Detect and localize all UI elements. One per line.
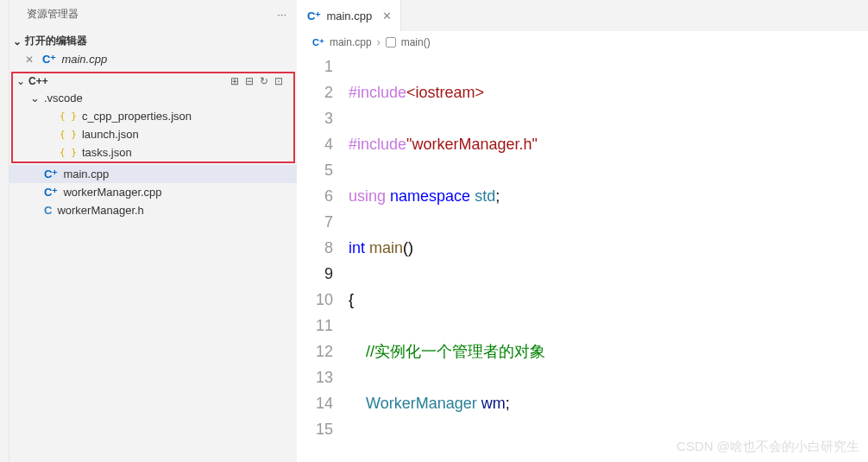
- json-icon: { }: [60, 129, 77, 140]
- file-workermanager-cpp[interactable]: C⁺ workerManager.cpp: [9, 183, 297, 201]
- tab-main-cpp[interactable]: C⁺ main.cpp ✕: [297, 0, 401, 31]
- file-launch-json[interactable]: { } launch.json: [13, 125, 293, 143]
- close-icon[interactable]: ✕: [25, 54, 34, 66]
- file-workermanager-h[interactable]: C workerManager.h: [9, 201, 297, 219]
- chevron-down-icon: ⌄: [30, 92, 39, 104]
- more-icon[interactable]: ···: [277, 8, 286, 21]
- file-tasks-json[interactable]: { } tasks.json: [13, 143, 293, 161]
- cpp-icon: C⁺: [44, 186, 58, 199]
- chevron-down-icon: ⌄: [16, 75, 25, 87]
- json-icon: { }: [60, 147, 77, 158]
- tab-bar: C⁺ main.cpp ✕: [297, 0, 868, 31]
- cpp-icon: C⁺: [307, 9, 321, 22]
- vscode-folder-highlight: ⌄ C++ ⊞ ⊟ ↻ ⊡ ⌄ .vscode { } c_cpp_proper…: [11, 72, 295, 163]
- code-content[interactable]: #include<iostream> #include"workerManage…: [349, 54, 868, 462]
- folder-label: .vscode: [44, 92, 83, 104]
- activity-bar: [0, 0, 9, 462]
- new-folder-icon[interactable]: ⊟: [245, 75, 254, 87]
- cpp-icon: C⁺: [44, 168, 58, 180]
- sidebar-header: 资源管理器 ···: [9, 0, 297, 28]
- collapse-icon[interactable]: ⊡: [274, 75, 283, 87]
- breadcrumb-fn: main(): [401, 36, 431, 48]
- code-line: WorkerManager wm;: [349, 390, 868, 416]
- explorer-toolbar: ⊞ ⊟ ↻ ⊡: [230, 75, 283, 87]
- new-file-icon[interactable]: ⊞: [230, 75, 239, 87]
- tab-label: main.cpp: [326, 9, 372, 22]
- vscode-folder[interactable]: ⌄ .vscode: [13, 89, 293, 107]
- file-label: workerManager.cpp: [63, 186, 161, 199]
- code-line: [349, 442, 868, 462]
- close-icon[interactable]: ✕: [382, 9, 392, 22]
- refresh-icon[interactable]: ↻: [260, 75, 268, 87]
- c-icon: C: [44, 204, 52, 217]
- chevron-right-icon: ›: [377, 36, 381, 48]
- json-icon: { }: [60, 111, 77, 122]
- file-c-cpp-properties[interactable]: { } c_cpp_properties.json: [13, 107, 293, 125]
- open-editors-label: 打开的编辑器: [25, 34, 87, 48]
- cpp-icon: C⁺: [312, 37, 324, 48]
- function-icon: [386, 37, 396, 47]
- open-editors-header[interactable]: ⌄ 打开的编辑器: [9, 32, 297, 50]
- code-line: {: [349, 287, 868, 313]
- line-numbers: 12345678 9101112131415: [297, 54, 349, 462]
- project-name: C++: [28, 75, 48, 87]
- breadcrumb[interactable]: C⁺ main.cpp › main(): [297, 31, 868, 54]
- file-label: workerManager.h: [57, 204, 143, 217]
- open-editors-section: ⌄ 打开的编辑器 ✕ C⁺ main.cpp: [9, 28, 297, 72]
- code-editor[interactable]: 12345678 9101112131415 #include<iostream…: [297, 54, 868, 462]
- code-line: #include<iostream>: [349, 79, 868, 105]
- chevron-down-icon: ⌄: [13, 35, 22, 47]
- cpp-icon: C⁺: [42, 53, 56, 66]
- project-header[interactable]: ⌄ C++ ⊞ ⊟ ↻ ⊡: [13, 73, 293, 89]
- breadcrumb-file: main.cpp: [330, 36, 372, 48]
- file-label: c_cpp_properties.json: [82, 110, 192, 123]
- editor-area: C⁺ main.cpp ✕ C⁺ main.cpp › main() 12345…: [297, 0, 868, 462]
- sidebar-title: 资源管理器: [27, 7, 79, 22]
- code-line: using namespace std;: [349, 183, 868, 209]
- file-label: main.cpp: [63, 168, 109, 180]
- open-editor-filename: main.cpp: [61, 53, 107, 66]
- code-line: #include"workerManager.h": [349, 131, 868, 157]
- code-line: //实例化一个管理者的对象: [349, 339, 868, 364]
- code-line: int main(): [349, 235, 868, 261]
- file-label: tasks.json: [82, 146, 132, 159]
- explorer-sidebar: 资源管理器 ··· ⌄ 打开的编辑器 ✕ C⁺ main.cpp ⌄ C++ ⊞…: [9, 0, 297, 462]
- open-editor-item[interactable]: ✕ C⁺ main.cpp: [9, 50, 297, 68]
- file-main-cpp[interactable]: C⁺ main.cpp: [9, 165, 297, 183]
- file-label: launch.json: [82, 128, 139, 141]
